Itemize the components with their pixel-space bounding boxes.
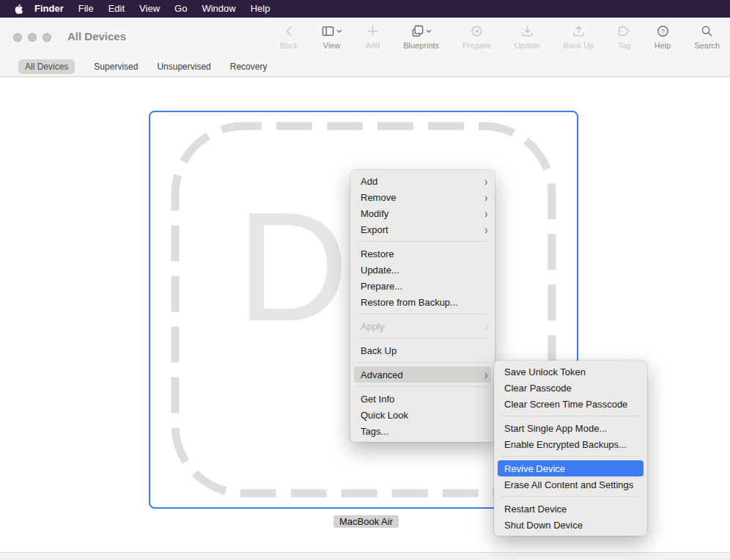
chevron-down-icon [336, 29, 342, 34]
context-menu-item-modify[interactable]: Modify› [354, 205, 491, 221]
window-title: All Devices [67, 30, 126, 43]
submenu-chevron-icon: › [484, 174, 487, 188]
menu-item-label: Restore from Backup... [361, 297, 458, 308]
menubar-item-file[interactable]: File [71, 0, 101, 18]
context-menu-item-export[interactable]: Export› [354, 221, 491, 237]
content-area: D MacBook Air Add›Remove›Modify›Export›R… [0, 78, 730, 552]
update-icon [520, 24, 534, 38]
back-icon [282, 24, 296, 38]
submenu-item-enable-encrypted-backups[interactable]: Enable Encrypted Backups... [498, 436, 644, 452]
context-menu-item-prepare[interactable]: Prepare... [354, 278, 491, 294]
submenu-chevron-icon: › [484, 320, 487, 333]
menu-bar: FinderFileEditViewGoWindowHelp [0, 0, 730, 18]
toolbar-button-tag: Tag [617, 23, 631, 50]
menu-separator [358, 386, 487, 387]
submenu-item-clear-screen-time-passcode[interactable]: Clear Screen Time Passcode [498, 396, 644, 412]
prepare-icon [470, 24, 484, 38]
toolbar-button-help[interactable]: ?Help [655, 23, 671, 50]
chevron-down-icon [426, 29, 432, 34]
menu-item-label: Export [361, 224, 388, 235]
context-menu-item-tags[interactable]: Tags... [354, 423, 491, 439]
toolbar-button-label: Blueprints [403, 41, 439, 50]
menu-item-label: Revive Device [504, 463, 565, 474]
menu-item-label: Prepare... [361, 281, 402, 292]
toolbar-button-label: Back [280, 41, 298, 50]
backup-icon [572, 24, 586, 38]
context-menu-item-get-info[interactable]: Get Info [354, 391, 491, 407]
toolbar: All Devices BackViewAddBlueprintsPrepare… [0, 18, 730, 57]
context-menu-item-add[interactable]: Add› [354, 173, 491, 189]
context-menu: Add›Remove›Modify›Export›RestoreUpdate..… [350, 170, 495, 442]
minimize-button[interactable] [28, 33, 37, 42]
context-menu-item-quick-look[interactable]: Quick Look [354, 407, 491, 423]
menu-item-label: Modify [361, 208, 388, 219]
menu-separator [358, 314, 487, 314]
menu-item-label: Apply [361, 321, 385, 332]
zoom-button[interactable] [43, 33, 51, 42]
submenu-item-clear-passcode[interactable]: Clear Passcode [498, 380, 644, 396]
window-controls [13, 33, 51, 42]
menu-item-label: Update... [361, 265, 399, 276]
apple-logo-icon [13, 3, 23, 15]
toolbar-button-back: Back [280, 23, 298, 50]
menubar-item-window[interactable]: Window [194, 0, 243, 18]
menu-separator [501, 496, 640, 497]
menu-item-label: Quick Look [361, 410, 408, 421]
submenu-chevron-icon: › [484, 191, 487, 204]
toolbar-button-search[interactable]: Search [694, 23, 720, 50]
tab-all-devices[interactable]: All Devices [18, 59, 75, 74]
submenu-chevron-icon: › [484, 368, 487, 381]
menubar-item-help[interactable]: Help [243, 0, 278, 18]
toolbar-button-label: View [323, 41, 341, 50]
context-menu-item-remove[interactable]: Remove› [354, 189, 491, 205]
context-menu-item-update[interactable]: Update... [354, 262, 491, 278]
menubar-item-finder[interactable]: Finder [27, 0, 71, 18]
close-button[interactable] [13, 33, 22, 42]
menu-item-label: Back Up [361, 345, 397, 356]
submenu-item-shut-down-device[interactable]: Shut Down Device [498, 517, 644, 533]
menu-item-label: Enable Encrypted Backups... [504, 439, 627, 450]
blueprints-icon [410, 24, 424, 38]
toolbar-button-label: Help [655, 41, 671, 50]
menu-item-label: Clear Screen Time Passcode [504, 399, 627, 410]
device-name-label[interactable]: MacBook Air [333, 515, 399, 528]
context-menu-item-advanced[interactable]: Advanced› [354, 366, 491, 383]
toolbar-button-label: Prepare [462, 41, 491, 50]
menu-separator [358, 241, 487, 242]
menu-item-label: Get Info [361, 394, 394, 405]
window-bottom-strip [0, 552, 730, 560]
submenu-item-revive-device[interactable]: Revive Device [498, 460, 644, 476]
context-menu-item-restore[interactable]: Restore [354, 246, 491, 262]
tab-unsupervised[interactable]: Unsupervised [157, 62, 210, 72]
context-menu-item-back-up[interactable]: Back Up [354, 342, 491, 358]
menubar-item-edit[interactable]: Edit [101, 0, 132, 18]
tab-supervised[interactable]: Supervised [94, 62, 138, 72]
toolbar-button-label: Back Up [564, 41, 594, 50]
context-menu-item-restore-from-backup[interactable]: Restore from Backup... [354, 294, 491, 310]
menu-separator [501, 416, 640, 416]
submenu-item-start-single-app-mode[interactable]: Start Single App Mode... [498, 420, 644, 436]
toolbar-button-blueprints[interactable]: Blueprints [403, 23, 439, 50]
toolbar-button-label: Add [366, 41, 380, 50]
menu-separator [358, 338, 487, 339]
add-icon [366, 24, 380, 38]
context-menu-item-apply: Apply› [354, 318, 491, 334]
submenu-item-restart-device[interactable]: Restart Device [498, 501, 644, 517]
submenu-chevron-icon: › [484, 223, 487, 236]
menu-item-label: Restore [361, 248, 394, 259]
menu-item-label: Erase All Content and Settings [504, 479, 633, 490]
menu-separator [501, 456, 640, 457]
menu-item-label: Clear Passcode [504, 383, 572, 394]
apple-menu[interactable] [13, 3, 23, 15]
toolbar-button-view[interactable]: View [321, 23, 342, 50]
tab-recovery[interactable]: Recovery [230, 62, 268, 72]
svg-text:?: ? [660, 27, 664, 35]
toolbar-button-label: Update [515, 41, 540, 50]
menu-item-label: Tags... [361, 426, 388, 437]
menubar-item-go[interactable]: Go [167, 0, 194, 18]
view-icon [321, 24, 335, 38]
submenu-item-save-unlock-token[interactable]: Save Unlock Token [498, 364, 644, 380]
toolbar-button-update: Update [515, 23, 540, 50]
menubar-item-view[interactable]: View [132, 0, 167, 18]
submenu-item-erase-all-content-and-settings[interactable]: Erase All Content and Settings [498, 476, 644, 493]
